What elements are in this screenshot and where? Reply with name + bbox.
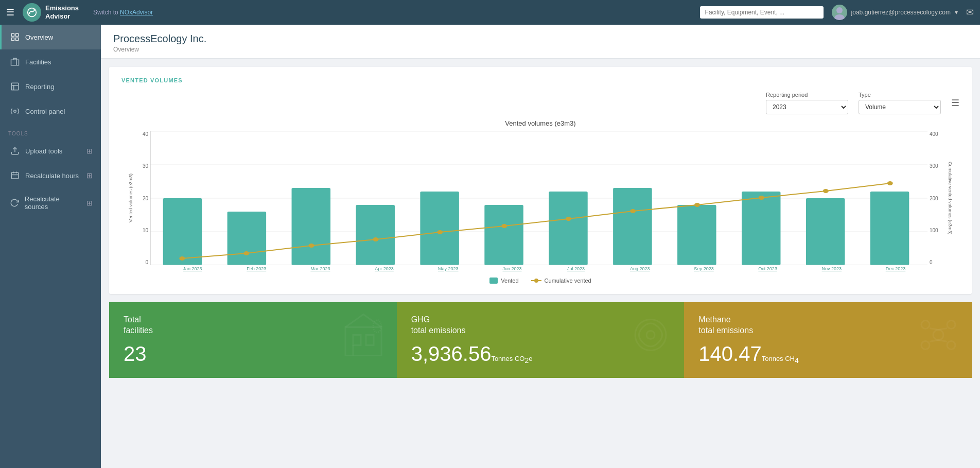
x-label-oct[interactable]: Oct 2023	[736, 266, 800, 271]
bar-sep[interactable]	[677, 205, 716, 265]
reporting-period-select[interactable]: 2023 2022 2021	[766, 100, 848, 114]
bar-jul[interactable]	[549, 192, 588, 265]
x-label-jan[interactable]: Jan 2023	[161, 266, 224, 271]
svg-rect-8	[11, 38, 14, 41]
svg-point-3	[33, 9, 35, 10]
y-right-tick-200: 200	[930, 196, 945, 201]
x-label-dec[interactable]: Dec 2023	[864, 266, 927, 271]
page-header: ProcessEcology Inc. Overview	[101, 25, 980, 59]
svg-rect-7	[16, 33, 19, 36]
facilities-icon	[10, 57, 20, 67]
cumulative-dot-dec	[887, 181, 893, 185]
chart-area: Vented volumes (e3m3) 0 10 20 30 40	[121, 131, 959, 271]
user-dropdown-icon[interactable]: ▾	[955, 9, 958, 16]
control-panel-icon	[10, 106, 20, 116]
legend-vented-color	[489, 278, 498, 284]
emissions-advisor-icon	[27, 7, 37, 18]
y-right-tick-100: 100	[930, 228, 945, 233]
bar-mar[interactable]	[292, 188, 331, 265]
cumulative-dot-oct	[759, 196, 764, 200]
recalculate-hours-icon	[10, 170, 20, 181]
svg-point-33	[933, 330, 943, 340]
svg-point-4	[836, 7, 843, 13]
bar-feb[interactable]	[227, 212, 267, 265]
sidebar-item-overview[interactable]: Overview	[0, 25, 101, 49]
type-select[interactable]: Volume Mass	[859, 100, 941, 114]
sidebar-item-control-panel[interactable]: Control panel	[0, 99, 101, 124]
y-tick-30: 30	[136, 163, 148, 169]
x-label-jul[interactable]: Jul 2023	[544, 266, 608, 271]
avatar	[832, 5, 847, 20]
cumulative-dot-mar	[308, 244, 314, 248]
x-label-mar[interactable]: Mar 2023	[288, 266, 352, 271]
svg-line-39	[938, 328, 947, 330]
vented-volumes-title: VENTED VOLUMES	[121, 77, 959, 83]
bar-oct[interactable]	[742, 192, 781, 265]
type-control: Type Volume Mass	[859, 92, 941, 114]
y-right-tick-400: 400	[930, 131, 945, 137]
noxadvisor-link[interactable]: NOxAdvisor	[120, 9, 153, 16]
y-tick-20: 20	[136, 196, 148, 201]
svg-point-36	[921, 341, 930, 350]
svg-rect-9	[16, 38, 19, 41]
methane-bg-icon	[915, 312, 961, 368]
sidebar-item-facilities[interactable]: Facilities	[0, 49, 101, 74]
bar-nov[interactable]	[806, 198, 845, 265]
bar-aug[interactable]	[613, 188, 652, 265]
brand-logo[interactable]: EmissionsAdvisor	[23, 3, 79, 22]
bar-apr[interactable]	[356, 205, 395, 265]
svg-line-40	[930, 340, 938, 342]
x-label-may[interactable]: May 2023	[416, 266, 480, 271]
sidebar: Overview Facilities Reporting	[0, 25, 101, 468]
methane-unit: Tonnes CH4	[762, 355, 799, 362]
chart-legend: Vented Cumulative vented	[121, 278, 959, 284]
sidebar-item-recalculate-hours-label: Recalculate hours	[25, 172, 79, 180]
hamburger-menu[interactable]: ☰	[6, 7, 14, 18]
svg-rect-14	[11, 83, 19, 90]
y-axis-left-label: Vented volumes (e3m3)	[128, 174, 133, 222]
sidebar-item-recalculate-sources[interactable]: Recalculate sources ⊞	[0, 188, 101, 218]
y-tick-10: 10	[136, 228, 148, 233]
bar-jan[interactable]	[163, 198, 202, 265]
switch-link: Switch to NOxAdvisor	[93, 9, 153, 16]
x-label-feb[interactable]: Feb 2023	[224, 266, 288, 271]
svg-rect-26	[345, 327, 381, 356]
svg-point-2	[31, 11, 32, 12]
sidebar-item-control-panel-label: Control panel	[25, 108, 65, 115]
mail-icon[interactable]: ✉	[966, 7, 974, 18]
type-label: Type	[859, 92, 941, 98]
cumulative-dot-sep	[694, 203, 700, 207]
x-label-sep[interactable]: Sep 2023	[672, 266, 736, 271]
recalculate-sources-expand-icon[interactable]: ⊞	[86, 199, 93, 207]
bar-jun[interactable]	[484, 205, 523, 265]
sidebar-item-facilities-label: Facilities	[25, 58, 51, 66]
chart-menu-icon[interactable]: ☰	[951, 97, 959, 109]
svg-line-38	[930, 328, 938, 330]
x-label-aug[interactable]: Aug 2023	[608, 266, 672, 271]
upload-tools-expand-icon[interactable]: ⊞	[86, 147, 93, 155]
sidebar-item-overview-label: Overview	[25, 33, 53, 41]
cumulative-dot-nov	[823, 189, 829, 193]
bar-may[interactable]	[420, 192, 459, 265]
sidebar-item-recalculate-hours[interactable]: Recalculate hours ⊞	[0, 163, 101, 188]
sidebar-item-reporting[interactable]: Reporting	[0, 74, 101, 99]
svg-point-32	[646, 331, 655, 339]
svg-rect-6	[11, 33, 14, 36]
svg-rect-28	[366, 335, 374, 345]
y-tick-0: 0	[136, 259, 148, 265]
global-search-input[interactable]	[700, 6, 824, 19]
sidebar-item-upload-tools[interactable]: Upload tools ⊞	[0, 138, 101, 163]
legend-cumulative-label: Cumulative vented	[545, 278, 591, 284]
bar-dec[interactable]	[870, 192, 909, 265]
recalculate-hours-expand-icon[interactable]: ⊞	[86, 171, 93, 180]
x-label-apr[interactable]: Apr 2023	[353, 266, 416, 271]
main-content: ProcessEcology Inc. Overview VENTED VOLU…	[101, 25, 980, 468]
x-label-nov[interactable]: Nov 2023	[800, 266, 864, 271]
x-label-jun[interactable]: Jun 2023	[480, 266, 544, 271]
brand-name: EmissionsAdvisor	[45, 4, 79, 20]
svg-point-34	[921, 321, 930, 329]
ghg-bg-icon	[627, 312, 674, 368]
cumulative-dot-jan	[179, 256, 185, 261]
tools-section-label: TOOLS	[0, 124, 101, 138]
svg-point-35	[947, 321, 955, 329]
